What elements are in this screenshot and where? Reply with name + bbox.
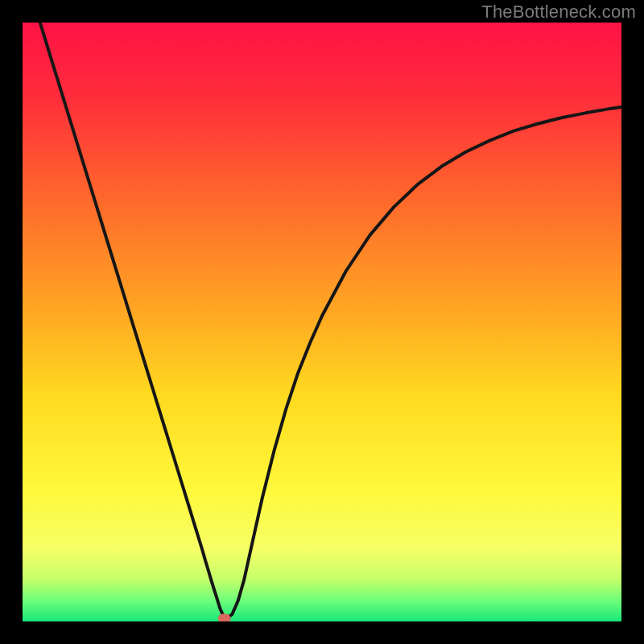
gradient-background (23, 23, 621, 621)
chart-frame: TheBottleneck.com (0, 0, 644, 644)
plot-area (23, 23, 621, 621)
bottleneck-chart (23, 23, 621, 621)
attribution-label: TheBottleneck.com (481, 2, 636, 23)
